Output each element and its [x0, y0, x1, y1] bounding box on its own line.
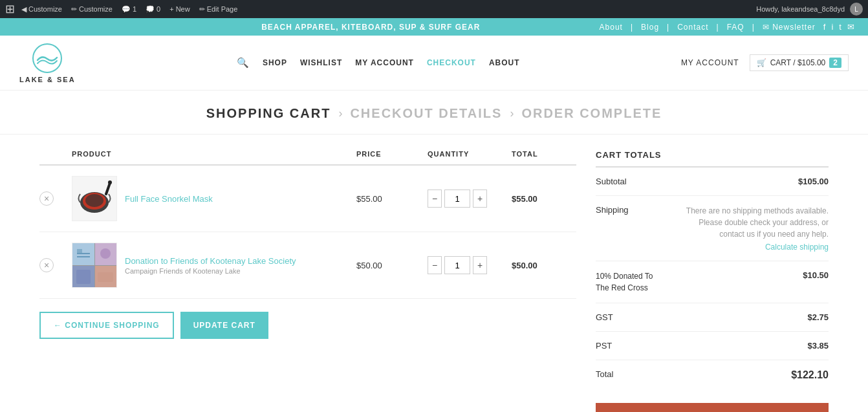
product-name-1[interactable]: Full Face Snorkel Mask [125, 194, 213, 204]
shipping-info: There are no shipping methods available.… [673, 205, 829, 252]
svg-point-3 [85, 194, 103, 207]
svg-rect-11 [98, 272, 113, 282]
top-nav-blog[interactable]: Blog [641, 23, 659, 32]
email-icon[interactable]: ✉ [847, 22, 855, 32]
logo-text: LAKE & SEA [19, 76, 76, 83]
facebook-icon[interactable]: f [823, 22, 827, 32]
arrow-1: › [338, 107, 342, 120]
product-thumb-1 [72, 176, 117, 221]
admin-avatar: L [850, 3, 863, 16]
main-content: PRODUCT PRICE QUANTITY TOTAL × [20, 150, 848, 412]
update-cart-button[interactable]: UPDATE CART [180, 312, 268, 339]
subtotal-label: Subtotal [596, 177, 627, 186]
cart-label: CART / $105.00 [770, 58, 826, 67]
quantity-control-2: − + [428, 256, 505, 274]
donation-row: 10% Donated ToThe Red Cross $10.50 [596, 261, 829, 303]
edit-page-link[interactable]: ✏ Edit Page [197, 0, 241, 18]
cart-table-header: PRODUCT PRICE QUANTITY TOTAL [39, 150, 576, 166]
remove-item-1[interactable]: × [39, 191, 54, 206]
logo-icon [31, 42, 63, 74]
collage-cell-1 [72, 243, 94, 265]
product-info-1: Full Face Snorkel Mask [72, 176, 350, 221]
col-product: PRODUCT [72, 150, 350, 158]
table-row: × [39, 232, 576, 299]
product-name-2[interactable]: Donation to Friends of Kootenay Lake Soc… [125, 256, 296, 266]
nav-wishlist[interactable]: WISHLIST [300, 58, 342, 67]
main-navigation: 🔍 SHOP WISHLIST MY ACCOUNT CHECKOUT ABOU… [237, 57, 520, 69]
nav-shop[interactable]: SHOP [263, 58, 287, 67]
product-meta-2: Campaign Friends of Kootenay Lake [125, 267, 296, 275]
nav-myaccount[interactable]: MY ACCOUNT [355, 58, 414, 67]
comments-link[interactable]: 💬 1 [119, 0, 139, 18]
instagram-icon[interactable]: i [831, 22, 834, 32]
col-price: PRICE [356, 150, 421, 158]
top-nav-about[interactable]: About [600, 23, 623, 32]
svg-line-4 [106, 183, 110, 194]
proceed-to-checkout-button[interactable]: PROCEED TO CHECKOUT [596, 403, 829, 412]
product-details-2: Donation to Friends of Kootenay Lake Soc… [125, 256, 296, 275]
step-cart[interactable]: SHOPPING CART [206, 106, 331, 121]
qty-decrease-1[interactable]: − [428, 190, 442, 208]
total-label: Total [596, 369, 613, 379]
remove-item-2[interactable]: × [39, 258, 54, 272]
howdy-text: Howdy, lakeandsea_8c8dyd [756, 5, 845, 13]
shipping-note: There are no shipping methods available.… [673, 205, 829, 240]
calculate-shipping-link[interactable]: Calculate shipping [673, 243, 829, 252]
collage-cell-3 [72, 266, 94, 288]
search-icon[interactable]: 🔍 [237, 57, 250, 69]
qty-input-1[interactable] [444, 190, 470, 208]
table-row: × Full Face Sno [39, 166, 576, 232]
step-checkout[interactable]: CHECKOUT DETAILS [350, 106, 502, 121]
donation-collage [72, 243, 116, 288]
announcement-bar: BEACH APPAREL, KITEBOARD, SUP & SURF GEA… [0, 18, 868, 36]
quantity-control-1: − + [428, 190, 505, 208]
continue-shopping-button[interactable]: ← CONTINUE SHOPPING [39, 312, 174, 339]
cart-button[interactable]: 🛒 CART / $105.00 2 [750, 54, 849, 71]
qty-decrease-2[interactable]: − [428, 256, 442, 274]
logo[interactable]: LAKE & SEA [19, 42, 76, 83]
donation-label: 10% Donated ToThe Red Cross [596, 270, 653, 294]
donation-value: $10.50 [803, 270, 829, 280]
product-thumb-2 [72, 243, 117, 288]
checkout-steps: SHOPPING CART › CHECKOUT DETAILS › ORDER… [0, 91, 868, 135]
cart-count: 2 [829, 58, 841, 68]
pst-label: PST [596, 341, 612, 351]
top-nav-newsletter[interactable]: ✉ Newsletter [763, 23, 816, 32]
price-2: $50.00 [356, 261, 421, 270]
top-nav-faq[interactable]: FAQ [727, 23, 744, 32]
nav-about[interactable]: ABOUT [489, 58, 520, 67]
site-header: LAKE & SEA 🔍 SHOP WISHLIST MY ACCOUNT CH… [0, 36, 868, 91]
cart-section: PRODUCT PRICE QUANTITY TOTAL × [39, 150, 576, 412]
total-2: $50.00 [512, 261, 576, 270]
step-complete[interactable]: ORDER COMPLETE [521, 106, 662, 121]
customize-link[interactable]: ✏ Customize [69, 0, 115, 18]
product-info-2: Donation to Friends of Kootenay Lake Soc… [72, 243, 350, 288]
nav-checkout[interactable]: CHECKOUT [427, 58, 476, 67]
new-menu[interactable]: + New [167, 0, 192, 18]
arrow-2: › [510, 107, 514, 120]
top-nav-links: About | Blog | Contact | FAQ | ✉ Newslet… [600, 22, 855, 32]
total-value: $122.10 [791, 369, 829, 381]
collage-cell-2 [95, 243, 117, 265]
flatsome-menu[interactable]: ◀ Customize [19, 0, 65, 18]
wordpress-icon[interactable]: ⊞ [5, 2, 15, 16]
chat-link[interactable]: 💭 0 [143, 0, 163, 18]
gst-label: GST [596, 312, 613, 322]
cart-icon: 🛒 [757, 58, 766, 67]
cart-actions: ← CONTINUE SHOPPING UPDATE CART [39, 312, 576, 339]
twitter-icon[interactable]: t [839, 22, 842, 32]
subtotal-value: $105.00 [798, 177, 829, 186]
svg-rect-8 [77, 249, 82, 253]
admin-bar: ⊞ ◀ Customize ✏ Customize 💬 1 💭 0 + New … [0, 0, 868, 18]
header-right: MY ACCOUNT 🛒 CART / $105.00 2 [681, 54, 849, 71]
price-1: $55.00 [356, 194, 421, 204]
qty-increase-2[interactable]: + [473, 256, 487, 274]
qty-input-2[interactable] [444, 256, 470, 274]
total-row: Total $122.10 [596, 360, 829, 390]
qty-increase-1[interactable]: + [473, 190, 487, 208]
cart-totals-title: CART TOTALS [596, 150, 829, 168]
my-account-link[interactable]: MY ACCOUNT [681, 58, 739, 67]
svg-point-9 [100, 248, 111, 259]
total-1: $55.00 [512, 194, 576, 204]
top-nav-contact[interactable]: Contact [677, 23, 708, 32]
